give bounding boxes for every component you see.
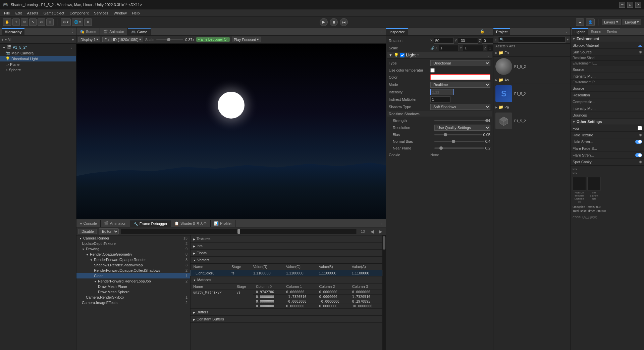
disable-btn[interactable]: Disable — [78, 229, 97, 234]
plane-item[interactable]: ▭ Plane — [0, 61, 76, 67]
resolution-dropdown[interactable]: Use Quality Settings — [434, 125, 490, 131]
move-tool[interactable]: ✛ — [12, 18, 20, 26]
directional-light-item[interactable]: 💡 Directional Light — [0, 56, 76, 61]
buffers-section[interactable]: Buffers — [191, 309, 382, 316]
menu-assets[interactable]: Assets — [24, 10, 41, 16]
camera-skybox-item[interactable]: Camera.RenderSkybox 1 — [76, 295, 190, 300]
help-btn[interactable]: ? — [417, 53, 419, 57]
scene-options[interactable]: ⋮ — [70, 45, 73, 49]
hierarchy-filter-btn[interactable]: ▼ — [71, 38, 75, 42]
cloud-btn[interactable]: ☁ — [576, 18, 584, 26]
rotate-tool[interactable]: ↺ — [21, 18, 28, 26]
rotation-z[interactable] — [482, 38, 493, 44]
project-add-btn[interactable]: + — [495, 38, 497, 42]
timeline-bar[interactable] — [121, 229, 357, 234]
camera-image-item[interactable]: Camera.ImageEffects 2 — [76, 300, 190, 305]
fog-checkbox[interactable] — [638, 126, 642, 130]
add-hierarchy-btn[interactable]: + — [1, 38, 3, 42]
profiler-tab[interactable]: 📊 Profiler — [211, 220, 235, 227]
color-swatch-container[interactable] — [430, 74, 490, 80]
inspector-tab[interactable]: Inspector — [386, 28, 408, 35]
render-loop-item[interactable]: RenderForward.RenderLoopJob 2 — [76, 278, 190, 284]
frame-debugger-badge[interactable]: Frame Debugger On — [196, 37, 230, 42]
rotation-y[interactable] — [458, 38, 478, 44]
hierarchy-tab[interactable]: Hierarchy — [2, 28, 24, 35]
lighting-options[interactable]: ⋮ — [639, 29, 643, 34]
nav-prev[interactable]: ◀ — [369, 229, 375, 234]
update-depth-item[interactable]: UpdateDepthTexture 2 — [76, 241, 190, 246]
s-thumb[interactable]: S — [495, 85, 512, 102]
p1-sphere-thumb[interactable] — [495, 58, 512, 75]
matrices-section[interactable]: Matrices — [191, 276, 382, 283]
pivot-btn[interactable]: ⊙ ▾ — [61, 18, 71, 26]
component-expand[interactable]: ▼ — [389, 53, 392, 57]
pause-btn[interactable]: ⏸ — [330, 18, 338, 26]
constant-buffers-section[interactable]: Constant Buffers — [191, 316, 382, 323]
shadow-type-dropdown[interactable]: Soft Shadows — [430, 104, 490, 110]
menu-file[interactable]: File — [1, 10, 13, 16]
menu-services[interactable]: Services — [91, 10, 111, 16]
timeline-handle[interactable] — [237, 229, 240, 234]
color-swatch[interactable] — [430, 74, 490, 80]
draw-plane-item[interactable]: Draw Mesh Plane — [76, 284, 190, 289]
camera-render-item[interactable]: Camera.Render 13 — [76, 235, 190, 241]
project-filter[interactable]: ▾ — [567, 37, 569, 42]
menu-window[interactable]: Window — [111, 10, 129, 16]
rotation-x[interactable] — [434, 38, 454, 44]
display-dropdown[interactable]: Display 1 ▾ — [78, 37, 100, 42]
right-scroll[interactable] — [382, 235, 386, 350]
mode-dropdown[interactable]: Realtime — [430, 82, 490, 88]
collect-shadows-item[interactable]: RenderForwardOpaque.CollectShadows 2 — [76, 268, 190, 273]
flare-toggle[interactable] — [635, 153, 642, 157]
menu-gameobject[interactable]: GameObject — [41, 10, 67, 16]
indirect-mult-input[interactable] — [430, 96, 450, 102]
scale-tool[interactable]: ⤡ — [29, 18, 37, 26]
play-btn[interactable]: ▶ — [320, 18, 328, 26]
editor-select[interactable]: Editor — [99, 228, 119, 234]
step-btn[interactable]: ⏭ — [340, 18, 348, 26]
project-search-input[interactable] — [504, 38, 564, 41]
close-btn[interactable]: ✕ — [635, 2, 641, 8]
other-settings-section[interactable]: Other Settings — [571, 119, 644, 125]
frame-debugger-tab[interactable]: 🔧 Frame Debugger — [130, 220, 171, 227]
component-enabled[interactable] — [400, 53, 405, 57]
inspector-lock[interactable]: 🔒 — [478, 29, 487, 34]
settings-btn[interactable]: ⚙ — [84, 18, 92, 26]
inspector-options[interactable]: ⋮ — [487, 29, 493, 34]
animation-tab[interactable]: 🎬 Animation — [101, 220, 130, 227]
minimize-btn[interactable]: ─ — [619, 2, 625, 8]
bias-slider[interactable] — [434, 134, 482, 135]
near-plane-slider[interactable] — [434, 147, 484, 149]
global-btn[interactable]: 🌐 ▾ — [72, 18, 83, 26]
vectors-section[interactable]: Vectors — [191, 257, 382, 264]
account-btn[interactable]: 👤 — [586, 18, 595, 26]
lighting-title[interactable]: Lightin — [572, 28, 588, 35]
play-mode-dropdown[interactable]: Play Focused ▾ — [232, 37, 261, 42]
clear-item[interactable]: Clear 1 — [76, 273, 190, 278]
hierarchy-options[interactable]: ⋮ — [70, 29, 74, 34]
game-tab[interactable]: 🎮 Game — [128, 28, 151, 35]
render-opaque-item[interactable]: Render.OpaqueGeometry 8 — [76, 252, 190, 257]
nav-next[interactable]: ▶ — [377, 229, 384, 234]
project-tab[interactable]: Project — [493, 28, 510, 35]
project-options[interactable]: ⋮ — [562, 29, 570, 34]
maximize-btn[interactable]: □ — [627, 2, 633, 8]
scene-tab-light[interactable]: Scene — [588, 28, 604, 35]
rect-tool[interactable]: ▭ — [38, 18, 45, 26]
layout-dropdown[interactable]: Layout ▾ — [623, 19, 641, 25]
comp-settings-btn[interactable]: ⋮ — [487, 53, 490, 57]
hand-tool[interactable]: ✋ — [3, 18, 11, 26]
type-dropdown[interactable]: Directional — [430, 60, 490, 66]
strength-slider[interactable] — [434, 120, 487, 121]
scale-z[interactable] — [487, 45, 493, 51]
menu-component[interactable]: Component — [67, 10, 91, 16]
animator-tab[interactable]: 🎬 Animator — [100, 28, 128, 35]
render-forward-item[interactable]: RenderForwardOpaque.Render 8 — [76, 257, 190, 262]
floats-section[interactable]: Floats — [191, 250, 382, 257]
scene-root-item[interactable]: 🎬 P1_5_2* ⋮ — [0, 44, 76, 50]
layers-dropdown[interactable]: Layers ▾ — [602, 19, 621, 25]
shader-ref-tab[interactable]: 📋 Shader参考大全 — [171, 220, 211, 227]
menu-edit[interactable]: Edit — [13, 10, 24, 16]
ints-section[interactable]: Ints — [191, 243, 382, 250]
drawing-item[interactable]: Drawing 9 — [76, 246, 190, 252]
